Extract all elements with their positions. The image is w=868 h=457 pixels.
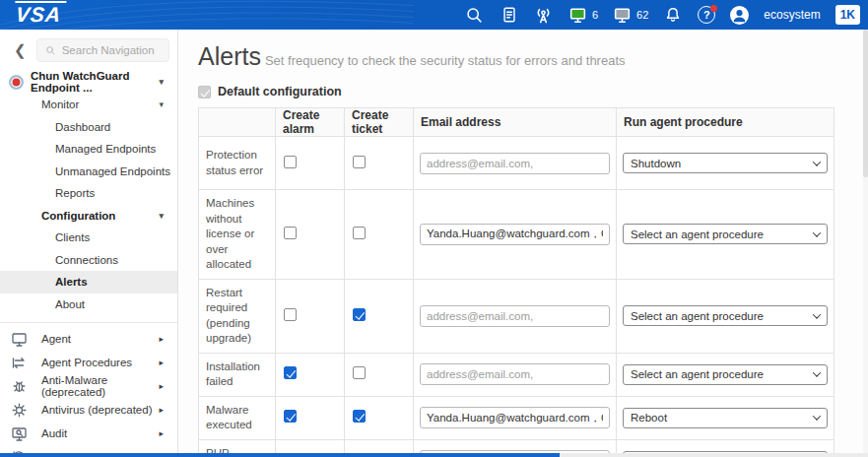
row-label: Machines without license or over allocat… — [199, 190, 276, 280]
vsa-logo: VSA — [13, 1, 67, 29]
chevron-down-icon — [813, 413, 821, 421]
create-ticket-checkbox[interactable] — [353, 156, 366, 168]
monitor-icon — [11, 331, 28, 348]
selected-procedure: Reboot — [631, 412, 667, 424]
create-alarm-checkbox[interactable] — [284, 156, 297, 168]
sidebar-item-label: Clients — [55, 231, 90, 243]
help-icon[interactable]: ? — [698, 6, 715, 24]
sidebar-item-audit[interactable]: Audit ▸ — [0, 422, 177, 445]
email-address-input[interactable] — [420, 153, 610, 174]
sidebar-item-agent-procedures[interactable]: Agent Procedures ▸ — [0, 351, 177, 374]
sidebar-item-antivirus[interactable]: Antivirus (deprecated) ▸ — [0, 398, 177, 422]
agent-procedure-select[interactable]: Select an agent procedure — [623, 224, 828, 244]
agent-procedure-select[interactable]: Shutdown — [623, 153, 828, 173]
user-avatar-icon[interactable] — [730, 6, 749, 25]
app-window: VSA 6 62 ? — [0, 0, 868, 457]
page-title-text: Alerts — [198, 42, 261, 70]
email-address-input[interactable] — [420, 224, 610, 245]
sidebar-item-label: Configuration — [41, 210, 115, 222]
empty-header-cell — [199, 108, 276, 137]
sidebar-item-about[interactable]: About — [0, 294, 177, 316]
online-machines-indicator[interactable]: 6 — [568, 6, 598, 25]
chevron-right-icon: ▸ — [159, 334, 164, 344]
default-configuration-checkbox[interactable] — [198, 86, 211, 98]
header-email-address: Email address — [414, 108, 617, 137]
row-label: Protection status error — [199, 137, 276, 190]
sidebar-item-reports[interactable]: Reports — [0, 182, 177, 205]
kaseya-brand-badge[interactable]: 1K — [835, 5, 860, 25]
create-ticket-checkbox[interactable] — [353, 227, 366, 239]
table-row-restart-required: Restart required (pending upgrade) Selec… — [199, 279, 835, 353]
create-alarm-checkbox[interactable] — [284, 410, 297, 423]
sidebar-item-agent[interactable]: Agent ▸ — [0, 327, 177, 351]
total-count: 62 — [636, 9, 648, 21]
chevron-down-icon — [813, 158, 821, 165]
sidebar-search[interactable] — [36, 38, 169, 62]
sidebar-item-label: Monitor — [41, 98, 79, 110]
email-address-input[interactable] — [420, 407, 610, 428]
page-subtitle: Set frequency to check the security stat… — [265, 53, 626, 68]
sidebar-item-anti-malware[interactable]: Anti-Malware (deprecated) ▸ — [0, 374, 177, 398]
chevron-right-icon: ▸ — [159, 428, 164, 438]
notifications-bell-icon[interactable] — [663, 5, 683, 25]
create-alarm-checkbox[interactable] — [284, 227, 297, 239]
selected-procedure: Shutdown — [631, 158, 681, 169]
sidebar-item-root-module[interactable]: Chun WatchGuard Endpoint ... ▾ — [0, 70, 177, 94]
help-glyph: ? — [703, 9, 710, 21]
sidebar-item-unmanaged-endpoints[interactable]: Unmanaged Endpoints — [0, 161, 177, 183]
sidebar-item-configuration[interactable]: Configuration ▾ — [0, 205, 177, 228]
main-content: AlertsSet frequency to check the securit… — [178, 30, 868, 457]
default-configuration-label: Default configuration — [218, 85, 342, 98]
sidebar-item-connections[interactable]: Connections — [0, 249, 177, 272]
vertical-scrollbar-thumb[interactable] — [863, 30, 868, 177]
header-run-agent-procedure: Run agent procedure — [617, 108, 835, 137]
create-ticket-checkbox[interactable] — [353, 308, 366, 321]
email-address-input[interactable] — [420, 363, 610, 385]
monitor-total-icon — [613, 6, 632, 25]
row-label: Malware executed — [199, 396, 276, 439]
sidebar-item-alerts[interactable]: Alerts — [0, 271, 177, 294]
help-notification-dot — [710, 5, 717, 12]
user-name[interactable]: ecosystem — [764, 8, 820, 22]
sidebar-item-label: Alerts — [55, 276, 88, 288]
horizontal-scrollbar-thumb[interactable] — [0, 453, 560, 457]
email-address-input[interactable] — [420, 305, 610, 327]
sidebar-item-managed-endpoints[interactable]: Managed Endpoints — [0, 138, 177, 161]
agent-procedure-select[interactable]: Select an agent procedure — [623, 305, 828, 326]
sidebar-item-label: Antivirus (deprecated) — [41, 404, 153, 416]
create-alarm-checkbox[interactable] — [284, 308, 297, 321]
chevron-down-icon — [813, 310, 821, 318]
selected-procedure: Select an agent procedure — [631, 310, 764, 322]
create-ticket-checkbox[interactable] — [353, 366, 366, 379]
header-create-ticket: Create ticket — [345, 108, 414, 137]
agent-procedure-select[interactable]: Select an agent procedure — [623, 364, 828, 385]
table-row-malware-executed: Malware executed Reboot — [199, 396, 835, 439]
bug-icon — [11, 378, 28, 395]
chevron-down-icon: ▾ — [159, 211, 164, 221]
sidebar-item-monitor[interactable]: Monitor ▾ — [0, 94, 177, 116]
sidebar-item-label: Audit — [41, 427, 67, 439]
sidebar-item-label: Agent Procedures — [41, 357, 132, 368]
search-navigation-input[interactable] — [62, 44, 161, 56]
sidebar-item-label: Agent — [41, 333, 71, 345]
audit-monitor-icon — [11, 425, 28, 442]
sidebar-item-dashboard[interactable]: Dashboard — [0, 116, 177, 139]
agent-procedure-select[interactable]: Reboot — [623, 408, 828, 428]
alerts-table: Create alarm Create ticket Email address… — [198, 107, 835, 457]
watchguard-logo-icon — [9, 75, 24, 90]
topbar-actions: 6 62 ? ecosystem 1K — [465, 5, 860, 25]
total-machines-indicator[interactable]: 62 — [613, 6, 648, 25]
sidebar-collapse-button[interactable]: ❮ — [10, 41, 31, 59]
create-ticket-checkbox[interactable] — [353, 410, 366, 423]
sidebar-item-clients[interactable]: Clients — [0, 227, 177, 249]
document-icon[interactable] — [500, 5, 519, 25]
sidebar: ❮ Chun WatchGuard Endpoint ... ▾ Monitor… — [0, 30, 178, 457]
selected-procedure: Select an agent procedure — [631, 368, 764, 380]
search-icon[interactable] — [465, 5, 485, 25]
monitor-online-icon — [568, 6, 587, 25]
sidebar-item-label: Anti-Malware (deprecated) — [41, 374, 159, 398]
create-alarm-checkbox[interactable] — [284, 366, 297, 379]
default-configuration-row: Default configuration — [198, 85, 868, 98]
chevron-right-icon: ▸ — [159, 381, 164, 391]
broadcast-antenna-icon[interactable] — [534, 5, 554, 25]
